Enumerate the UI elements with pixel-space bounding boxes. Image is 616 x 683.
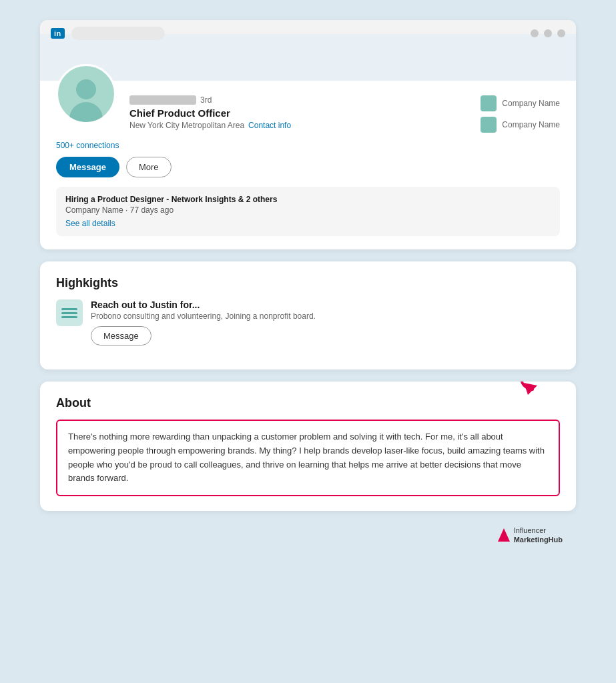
highlights-card: Highkights Reach out to Justin for... Pr… [40, 261, 576, 370]
watermark-diamond-icon [498, 528, 510, 542]
watermark-text: Influencer MarketingHub [514, 526, 563, 545]
profile-location-row: New York City Metropolitan Area Contact … [129, 121, 481, 130]
profile-name-row: 3rd [129, 95, 481, 105]
browser-dots [531, 29, 565, 37]
company-name-2: Company Name [502, 120, 560, 129]
profile-name-blur [129, 95, 196, 105]
browser-dot-3 [557, 29, 565, 37]
profile-section: 3rd Chief Product Officer New York City … [40, 81, 576, 249]
avatar-wrapper [56, 64, 116, 124]
avatar-body [69, 102, 103, 122]
contact-info-link[interactable]: Contact info [248, 121, 291, 130]
profile-degree: 3rd [200, 95, 212, 105]
profile-location: New York City Metropolitan Area [129, 121, 244, 130]
message-button[interactable]: Message [56, 157, 119, 177]
company-logo-1 [481, 95, 497, 111]
highlights-title: Highkights [56, 276, 560, 290]
activity-title: Hiring a Product Designer - Network Insi… [65, 195, 551, 204]
profile-top: 3rd Chief Product Officer New York City … [56, 87, 560, 133]
activity-subtitle: Company Name · 77 days ago [65, 205, 551, 215]
browser-dot-1 [531, 29, 539, 37]
url-bar[interactable] [71, 27, 165, 40]
watermark-row: Influencer MarketingHub [40, 523, 576, 556]
highlight-text-block: Reach out to Justin for... Probono consu… [91, 299, 316, 346]
highlights-section: Highkights Reach out to Justin for... Pr… [40, 261, 576, 370]
linkedin-profile-card: in 3rd [40, 20, 576, 249]
highlights-message-button[interactable]: Message [91, 326, 151, 346]
more-button[interactable]: More [126, 157, 172, 177]
profile-info: 3rd Chief Product Officer New York City … [129, 87, 481, 130]
company-name-1: Company Name [502, 99, 560, 108]
action-buttons: Message More [56, 157, 560, 177]
company-badges: Company Name Company Name [481, 87, 560, 133]
highlight-row: Reach out to Justin for... Probono consu… [56, 299, 560, 346]
highlight-heading: Reach out to Justin for... [91, 299, 316, 310]
profile-banner [40, 34, 576, 81]
company-badge-row-1: Company Name [481, 95, 560, 111]
avatar [56, 64, 116, 124]
highlight-icon-line-1 [61, 308, 77, 310]
about-text: There's nothing more rewarding than unpa… [68, 432, 545, 483]
see-all-details-link[interactable]: See all details [65, 219, 115, 228]
svg-marker-1 [498, 528, 510, 542]
about-card: About There's nothing more rewarding tha… [40, 382, 576, 511]
connections-count: 500+ connections [56, 141, 560, 150]
about-text-box: There's nothing more rewarding than unpa… [56, 420, 560, 496]
activity-card: Hiring a Product Designer - Network Insi… [56, 187, 560, 236]
about-title: About [56, 396, 560, 410]
avatar-head [76, 79, 96, 99]
highlight-icon [56, 299, 83, 326]
profile-title: Chief Product Officer [129, 107, 481, 119]
about-section: About There's nothing more rewarding tha… [40, 382, 576, 511]
browser-dot-2 [544, 29, 552, 37]
company-logo-2 [481, 117, 497, 133]
avatar-person-icon [58, 66, 114, 122]
watermark: Influencer MarketingHub [498, 526, 563, 545]
highlight-icon-line-2 [61, 312, 77, 314]
highlight-subtitle: Probono consulting and volunteering, Joi… [91, 311, 316, 321]
company-badge-row-2: Company Name [481, 117, 560, 133]
svg-marker-0 [524, 383, 537, 395]
arrow-icon [509, 382, 563, 395]
linkedin-logo: in [51, 28, 65, 39]
highlight-icon-line-3 [61, 316, 77, 318]
